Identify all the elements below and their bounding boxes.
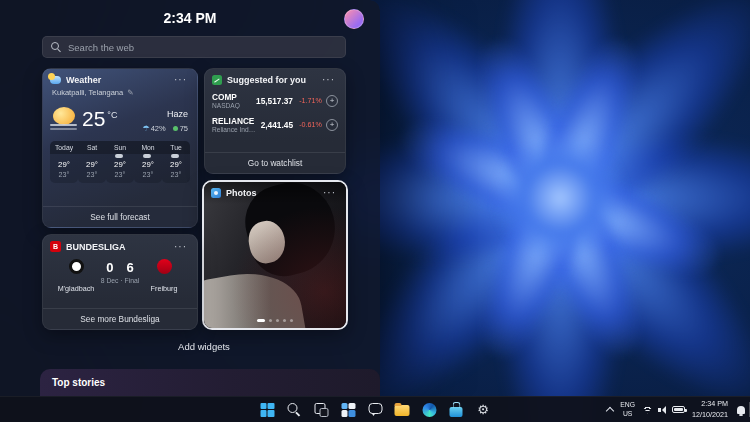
air-quality-stat: 75 — [173, 124, 188, 133]
forecast-low: 23° — [106, 169, 134, 183]
match-result[interactable]: M'gladbach 0 6 8 Dec · Final Freiburg — [43, 254, 197, 295]
more-options-icon[interactable]: ··· — [320, 188, 339, 198]
stock-price: 15,517.37 — [256, 96, 293, 106]
widgets-icon — [341, 403, 355, 417]
widget-title: Weather — [66, 75, 166, 85]
forecast-low: 23° — [162, 169, 190, 183]
tray-date: 12/10/2021 — [692, 410, 728, 420]
search-icon — [288, 403, 301, 416]
language-indicator[interactable]: ENG US — [620, 401, 635, 419]
freiburg-logo-icon — [157, 259, 172, 274]
away-team-name: Freiburg — [151, 284, 178, 293]
temp-unit: °C — [107, 110, 117, 120]
windows-logo-icon — [260, 403, 274, 417]
notification-bell-icon[interactable] — [737, 406, 745, 414]
chart-icon — [212, 75, 222, 85]
forecast-low: 23° — [50, 169, 78, 183]
forecast-high: 29° — [78, 158, 106, 169]
top-stories-section[interactable]: Top stories — [40, 369, 380, 396]
system-tray-icons[interactable] — [642, 405, 685, 414]
forecast-high: 29° — [106, 158, 134, 169]
location-label: Kukatpalli, Telangana — [52, 88, 123, 97]
away-score: 6 — [127, 260, 134, 275]
profile-avatar[interactable] — [344, 9, 364, 29]
stock-symbol: RELIANCE — [212, 116, 257, 126]
more-options-icon[interactable]: ··· — [171, 75, 190, 85]
edge-icon — [422, 403, 436, 417]
carousel-dot[interactable] — [276, 319, 280, 323]
store-bag-icon — [450, 407, 463, 417]
photos-widget[interactable]: Photos ··· — [202, 180, 348, 330]
weather-location[interactable]: Kukatpalli, Telangana ✎ — [43, 87, 197, 98]
taskbar-search-button[interactable] — [283, 399, 306, 420]
add-widgets-button[interactable]: Add widgets — [42, 341, 366, 352]
desktop: 2:34 PM Weather ··· Kukatpalli, Telangan… — [0, 0, 750, 422]
search-icon — [51, 42, 62, 53]
language-code: ENG — [620, 401, 635, 410]
carousel-dot[interactable] — [269, 319, 273, 323]
task-view-button[interactable] — [310, 399, 333, 420]
forecast-low: 23° — [134, 169, 162, 183]
task-view-icon — [314, 403, 328, 417]
wallpaper-bloom-center — [495, 133, 625, 263]
more-options-icon[interactable]: ··· — [319, 75, 338, 85]
stock-row[interactable]: COMP NASDAQ 15,517.37 -1.71% + — [212, 88, 338, 112]
forecast-day: Sat — [78, 141, 106, 154]
edge-button[interactable] — [418, 399, 441, 420]
edit-location-icon[interactable]: ✎ — [127, 88, 133, 97]
search-input[interactable] — [68, 42, 337, 53]
forecast-day: Tue — [162, 141, 190, 154]
volume-icon — [658, 405, 667, 414]
forecast-strip[interactable]: Today Sat Sun Mon Tue 29° 29° 29° 29° 29… — [50, 141, 190, 183]
go-to-watchlist-link[interactable]: Go to watchlist — [205, 152, 345, 173]
start-button[interactable] — [256, 399, 279, 420]
mgladbach-logo-icon — [69, 259, 84, 274]
file-explorer-button[interactable] — [391, 399, 414, 420]
forecast-day: Mon — [134, 141, 162, 154]
bundesliga-logo-icon: B — [50, 241, 61, 252]
settings-button[interactable]: ⚙ — [472, 399, 495, 420]
see-more-bundesliga-link[interactable]: See more Bundesliga — [43, 308, 197, 329]
battery-icon — [672, 406, 685, 413]
home-score: 0 — [106, 260, 113, 275]
gear-icon: ⚙ — [477, 403, 489, 416]
stock-price: 2,441.45 — [261, 120, 293, 130]
chat-icon — [368, 403, 382, 414]
photos-app-icon — [211, 188, 221, 198]
more-options-icon[interactable]: ··· — [171, 242, 190, 252]
stock-change: -1.71% — [297, 96, 322, 105]
temp-value: 25 — [82, 108, 105, 129]
chat-button[interactable] — [364, 399, 387, 420]
stock-row[interactable]: RELIANCE Reliance Indu... 2,441.45 -0.61… — [212, 112, 338, 136]
web-search-bar[interactable] — [42, 36, 346, 58]
taskbar: ⚙ ENG US 2:34 PM 12/10/2021 — [0, 396, 750, 422]
folder-icon — [395, 405, 410, 416]
region-code: US — [620, 410, 635, 419]
stock-change: -0.61% — [297, 120, 322, 129]
widgets-panel: 2:34 PM Weather ··· Kukatpalli, Telangan… — [0, 0, 380, 396]
widgets-button[interactable] — [337, 399, 360, 420]
weather-widget[interactable]: Weather ··· Kukatpalli, Telangana ✎ 25 °… — [42, 68, 198, 228]
top-stories-title: Top stories — [52, 377, 105, 388]
add-to-watchlist-button[interactable]: + — [326, 119, 338, 131]
carousel-dot[interactable] — [257, 319, 265, 323]
bundesliga-widget[interactable]: B BUNDESLIGA ··· M'gladbach 0 6 8 Dec · … — [42, 234, 198, 330]
stocks-widget[interactable]: Suggested for you ··· COMP NASDAQ 15,517… — [204, 68, 346, 174]
carousel-dot[interactable] — [290, 319, 294, 323]
show-hidden-icons-chevron[interactable] — [606, 407, 614, 415]
umbrella-icon: ☂ — [142, 124, 149, 133]
stock-name: Reliance Indu... — [212, 126, 257, 133]
microsoft-store-button[interactable] — [445, 399, 468, 420]
taskbar-clock[interactable]: 2:34 PM 12/10/2021 — [692, 399, 728, 419]
stock-name: NASDAQ — [212, 102, 252, 109]
match-status: 8 Dec · Final — [101, 277, 140, 284]
forecast-low: 23° — [78, 169, 106, 183]
forecast-high: 29° — [50, 158, 78, 169]
add-to-watchlist-button[interactable]: + — [326, 95, 338, 107]
weather-icon — [50, 76, 61, 84]
precipitation-stat: ☂42% — [142, 124, 165, 133]
see-full-forecast-link[interactable]: See full forecast — [43, 206, 197, 227]
carousel-dot[interactable] — [283, 319, 287, 323]
current-temperature: 25 °C — [82, 108, 117, 129]
tray-time: 2:34 PM — [692, 399, 728, 409]
